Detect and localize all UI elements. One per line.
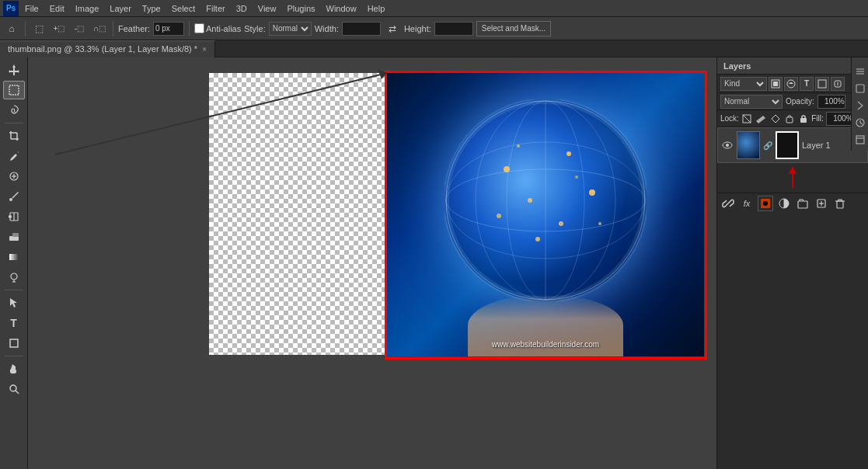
menu-3d[interactable]: 3D xyxy=(232,2,252,15)
layer-thumbnail xyxy=(737,131,760,159)
layer-link-icon[interactable]: 🔗 xyxy=(763,134,772,157)
layers-filter-smart-icon[interactable] xyxy=(831,77,845,91)
menu-help[interactable]: Help xyxy=(363,2,390,15)
menu-plugins[interactable]: Plugins xyxy=(282,2,319,15)
tool-sep-2 xyxy=(5,290,23,290)
width-input[interactable] xyxy=(342,22,381,36)
svg-rect-58 xyxy=(798,201,807,208)
selection-red-border xyxy=(385,71,707,360)
dodge-tool[interactable] xyxy=(3,268,25,287)
crop-tool[interactable] xyxy=(3,127,25,145)
marquee-add-icon[interactable]: +⬚ xyxy=(51,20,68,37)
height-label: Height: xyxy=(404,24,431,33)
svg-rect-18 xyxy=(10,339,18,347)
app-logo: Ps xyxy=(3,1,19,16)
svg-point-14 xyxy=(11,273,17,280)
width-label: Width: xyxy=(315,24,339,33)
layers-panel: Layers Kind T xyxy=(717,57,868,469)
menu-bar: Ps File Edit Image Layer Type Select Fil… xyxy=(0,0,868,17)
lock-image-icon[interactable] xyxy=(755,113,767,125)
new-layer-button[interactable] xyxy=(814,196,829,211)
add-mask-button[interactable] xyxy=(758,196,773,211)
feather-input[interactable] xyxy=(153,22,184,36)
canvas-area[interactable]: www.websitebuilderinsider.com xyxy=(28,57,716,469)
lock-label: Lock: xyxy=(720,114,739,123)
menu-layer[interactable]: Layer xyxy=(105,2,136,15)
tab-close-button[interactable]: × xyxy=(202,45,207,54)
red-arrow-up xyxy=(785,166,800,189)
left-toolbar: T xyxy=(0,57,28,469)
swap-wh-icon[interactable]: ⇄ xyxy=(384,20,401,37)
brush-tool[interactable] xyxy=(3,187,25,206)
layers-kind-select[interactable]: Kind xyxy=(720,77,767,91)
svg-rect-49 xyxy=(800,118,807,123)
path-select-tool[interactable] xyxy=(3,294,25,312)
fill-label: Fill: xyxy=(811,114,824,123)
svg-point-19 xyxy=(10,385,16,391)
separator-2 xyxy=(113,21,113,36)
blend-mode-select[interactable]: Normal xyxy=(720,95,783,109)
zoom-tool[interactable] xyxy=(3,380,25,398)
svg-marker-53 xyxy=(789,166,797,174)
home-icon[interactable]: ⌂ xyxy=(3,20,20,37)
fx-button[interactable]: fx xyxy=(739,196,755,211)
svg-line-20 xyxy=(16,391,19,394)
antialias-checkbox-label[interactable]: Anti-alias xyxy=(194,23,241,33)
delete-layer-button[interactable] xyxy=(832,196,848,211)
marquee-tool[interactable] xyxy=(3,81,25,99)
svg-rect-41 xyxy=(773,82,778,86)
fill-input[interactable] xyxy=(826,112,854,126)
gradient-tool[interactable] xyxy=(3,248,25,266)
antialias-checkbox[interactable] xyxy=(194,23,204,33)
panel-icon-5[interactable] xyxy=(852,132,868,148)
layers-filter-type-icon[interactable]: T xyxy=(800,77,814,91)
shape-tool[interactable] xyxy=(3,334,25,353)
link-layers-button[interactable] xyxy=(720,196,736,211)
separator-3 xyxy=(189,21,190,36)
menu-file[interactable]: File xyxy=(20,2,44,15)
menu-filter[interactable]: Filter xyxy=(201,2,229,15)
menu-view[interactable]: View xyxy=(253,2,281,15)
layer-1-item[interactable]: 🔗 Layer 1 xyxy=(717,127,868,163)
panel-icon-2[interactable] xyxy=(852,81,868,96)
svg-point-9 xyxy=(9,198,12,201)
eraser-tool[interactable] xyxy=(3,228,25,246)
lasso-tool[interactable] xyxy=(3,101,25,120)
lock-transparency-icon[interactable] xyxy=(741,113,753,125)
height-input[interactable] xyxy=(434,22,473,36)
layers-kind-row: Kind T xyxy=(717,75,868,93)
hand-tool[interactable] xyxy=(3,360,25,378)
document-tab[interactable]: thumbnail.png @ 33.3% (Layer 1, Layer Ma… xyxy=(0,40,215,57)
panel-icon-3[interactable] xyxy=(852,98,868,113)
panel-icon-1[interactable] xyxy=(852,64,868,79)
svg-point-56 xyxy=(763,201,768,206)
clone-stamp-tool[interactable] xyxy=(3,207,25,226)
layers-filter-shape-icon[interactable] xyxy=(815,77,829,91)
menu-window[interactable]: Window xyxy=(322,2,361,15)
layers-filter-pixel-icon[interactable] xyxy=(769,77,783,91)
marquee-subtract-icon[interactable]: -⬚ xyxy=(71,20,88,37)
adjustment-layer-button[interactable] xyxy=(776,196,792,211)
layer-mask-thumbnail xyxy=(776,131,799,159)
healing-tool[interactable] xyxy=(3,167,25,186)
menu-select[interactable]: Select xyxy=(167,2,200,15)
layers-panel-header: Layers xyxy=(717,57,868,75)
layers-filter-adjust-icon[interactable] xyxy=(784,77,798,91)
menu-type[interactable]: Type xyxy=(138,2,166,15)
layer-visibility-toggle[interactable] xyxy=(721,139,734,151)
lock-position-icon[interactable] xyxy=(769,113,781,125)
menu-image[interactable]: Image xyxy=(71,2,104,15)
eyedropper-tool[interactable] xyxy=(3,147,25,165)
lock-all-icon[interactable] xyxy=(797,113,809,125)
text-tool[interactable]: T xyxy=(3,314,25,332)
opacity-input[interactable] xyxy=(817,95,845,109)
style-select[interactable]: Normal xyxy=(269,22,312,36)
marquee-options-icon[interactable]: ⬚ xyxy=(30,20,47,37)
lock-artboard-icon[interactable] xyxy=(783,113,795,125)
menu-edit[interactable]: Edit xyxy=(45,2,69,15)
move-tool[interactable] xyxy=(3,61,25,79)
select-and-mask-button[interactable]: Select and Mask... xyxy=(476,21,551,36)
panel-icon-4[interactable] xyxy=(852,115,868,130)
group-layers-button[interactable] xyxy=(795,196,810,211)
marquee-intersect-icon[interactable]: ∩⬚ xyxy=(91,20,108,37)
